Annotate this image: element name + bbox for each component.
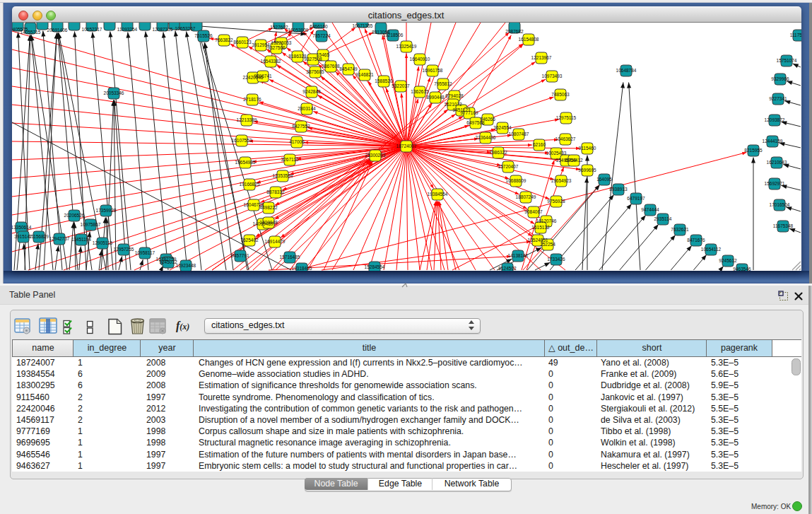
svg-text:6479197: 6479197 [627, 196, 645, 201]
svg-text:9457791: 9457791 [231, 253, 249, 258]
svg-text:1588520: 1588520 [375, 78, 393, 83]
svg-text:8990448: 8990448 [426, 95, 445, 100]
svg-text:21364436: 21364436 [476, 135, 496, 140]
svg-text:9329966: 9329966 [771, 76, 789, 81]
svg-text:19654923: 19654923 [551, 178, 572, 183]
svg-text:9245012: 9245012 [159, 259, 177, 264]
svg-text:1117532: 1117532 [790, 33, 801, 37]
svg-text:15226053: 15226053 [271, 40, 292, 45]
svg-text:7857224: 7857224 [312, 33, 331, 38]
svg-text:11093254: 11093254 [117, 27, 138, 32]
svg-text:10958117: 10958117 [135, 250, 155, 255]
svg-text:17359928: 17359928 [96, 208, 117, 213]
svg-text:10973493: 10973493 [542, 74, 563, 78]
svg-text:3267110: 3267110 [281, 157, 299, 162]
svg-text:5322037: 5322037 [392, 83, 410, 88]
svg-text:12087315: 12087315 [153, 27, 173, 32]
svg-text:6466160: 6466160 [310, 24, 328, 29]
svg-text:1615132: 1615132 [531, 225, 550, 230]
svg-text:16120746: 16120746 [536, 218, 557, 223]
svg-text:10648784: 10648784 [616, 68, 637, 73]
svg-text:18724007: 18724007 [396, 144, 417, 148]
svg-text:7632621: 7632621 [671, 227, 689, 232]
svg-text:7663822: 7663822 [215, 37, 233, 42]
svg-text:8454749: 8454749 [339, 66, 358, 71]
svg-text:16154808: 16154808 [519, 37, 539, 42]
svg-text:12353594: 12353594 [273, 173, 293, 178]
svg-text:8938913: 8938913 [609, 187, 628, 192]
svg-text:7986322: 7986322 [489, 150, 507, 155]
svg-text:16961758: 16961758 [423, 68, 443, 73]
svg-text:10025433: 10025433 [546, 151, 567, 156]
svg-text:10671355: 10671355 [353, 23, 373, 28]
svg-text:2867608: 2867608 [322, 64, 340, 69]
svg-text:16107553: 16107553 [232, 138, 252, 143]
svg-text:19166825: 19166825 [240, 182, 260, 187]
svg-text:2803144: 2803144 [298, 106, 316, 111]
svg-text:9146821: 9146821 [355, 72, 374, 77]
svg-text:19654985: 19654985 [235, 160, 256, 165]
svg-text:7625402: 7625402 [240, 238, 259, 243]
svg-text:16640910: 16640910 [410, 57, 430, 62]
svg-text:13350614: 13350614 [12, 225, 32, 230]
svg-text:252254: 252254 [540, 242, 555, 247]
svg-text:16543382: 16543382 [261, 59, 281, 64]
svg-text:20206526: 20206526 [64, 213, 85, 218]
svg-text:9242848: 9242848 [302, 89, 321, 94]
svg-text:6794028: 6794028 [445, 93, 464, 98]
svg-text:12093872: 12093872 [765, 117, 785, 122]
svg-text:9245612: 9245612 [719, 258, 737, 263]
svg-text:15720407: 15720407 [498, 164, 519, 169]
svg-text:16046728: 16046728 [244, 202, 264, 207]
svg-text:11923448: 11923448 [176, 263, 196, 268]
svg-text:10654112: 10654112 [701, 247, 722, 252]
svg-text:62160: 62160 [533, 142, 546, 147]
svg-text:8427552: 8427552 [292, 124, 310, 129]
svg-text:2935114: 2935114 [654, 216, 672, 221]
svg-text:9327506: 9327506 [267, 45, 286, 50]
svg-text:3875685: 3875685 [306, 69, 324, 74]
svg-text:11675348: 11675348 [773, 223, 794, 228]
svg-text:8660123: 8660123 [233, 40, 252, 45]
svg-text:12905115: 12905115 [93, 240, 113, 245]
svg-text:13325419: 13325419 [396, 44, 417, 49]
svg-text:18807249: 18807249 [516, 194, 536, 199]
svg-text:17016504: 17016504 [770, 202, 790, 207]
svg-text:1362615: 1362615 [411, 89, 429, 94]
svg-text:1733426: 1733426 [547, 257, 565, 262]
svg-text:20053346: 20053346 [104, 90, 124, 95]
svg-text:16914479: 16914479 [265, 239, 286, 244]
svg-text:12444159: 12444159 [763, 139, 783, 144]
svg-text:15716485: 15716485 [280, 255, 300, 259]
svg-text:9327508: 9327508 [304, 57, 322, 62]
svg-text:11156829: 11156829 [29, 234, 49, 239]
svg-text:9777169: 9777169 [460, 110, 478, 115]
svg-text:164095: 164095 [596, 177, 612, 182]
svg-text:12213389: 12213389 [237, 117, 257, 122]
svg-text:746266: 746266 [480, 117, 495, 122]
svg-text:15284554: 15284554 [365, 264, 385, 269]
svg-text:10463627: 10463627 [555, 136, 576, 141]
svg-text:3624554: 3624554 [493, 125, 512, 130]
svg-text:9084067: 9084067 [524, 209, 543, 214]
svg-text:15751074: 15751074 [777, 58, 797, 63]
svg-text:14138141: 14138141 [508, 253, 529, 258]
svg-text:9699695: 9699695 [578, 168, 596, 173]
svg-text:8124502: 8124502 [498, 266, 517, 271]
svg-text:19384554: 19384554 [428, 192, 448, 197]
svg-text:19318465: 19318465 [292, 266, 312, 271]
svg-text:7515526: 7515526 [194, 33, 213, 38]
svg-text:10807487: 10807487 [509, 132, 529, 136]
svg-text:10688609: 10688609 [506, 178, 526, 183]
svg-text:20691406: 20691406 [47, 28, 68, 33]
svg-text:1409948: 1409948 [259, 220, 278, 225]
svg-text:9227341: 9227341 [769, 96, 787, 101]
svg-text:10653267: 10653267 [175, 26, 196, 31]
svg-text:8471676: 8471676 [687, 238, 705, 243]
svg-text:2718176: 2718176 [243, 97, 261, 102]
svg-text:8215955: 8215955 [744, 148, 763, 153]
svg-text:6964412: 6964412 [565, 158, 583, 163]
svg-text:9756928: 9756928 [547, 199, 565, 204]
svg-text:7485063: 7485063 [551, 92, 570, 97]
svg-text:11451194: 11451194 [71, 237, 91, 242]
